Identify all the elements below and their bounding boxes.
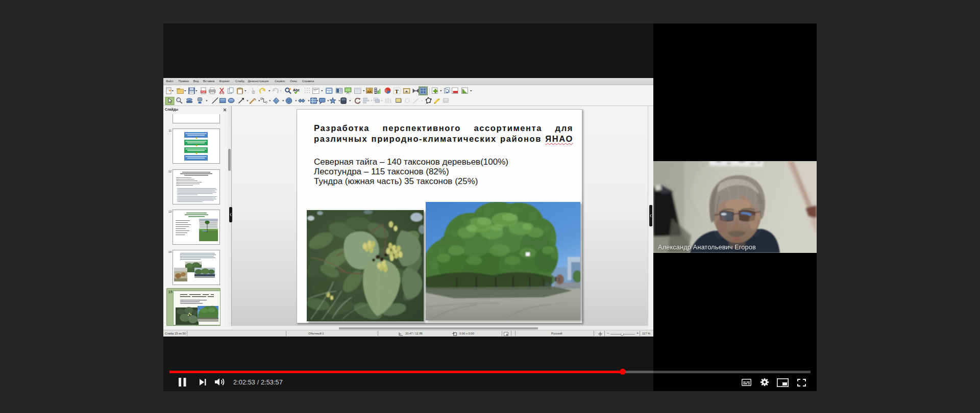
svg-text:PDF: PDF [201,91,206,93]
svg-text:Abc: Abc [293,88,300,92]
svg-text:T: T [395,89,399,94]
